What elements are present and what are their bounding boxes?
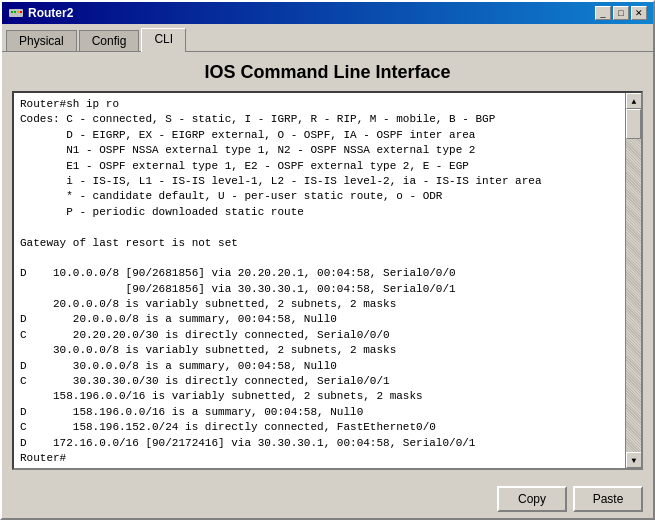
scroll-up-button[interactable]: ▲ — [626, 93, 642, 109]
close-button[interactable]: ✕ — [631, 6, 647, 20]
title-buttons: _ □ ✕ — [595, 6, 647, 20]
window-title: Router2 — [28, 6, 73, 20]
copy-button[interactable]: Copy — [497, 486, 567, 512]
tab-bar: Physical Config CLI — [2, 24, 653, 51]
tab-config[interactable]: Config — [79, 30, 140, 51]
section-title: IOS Command Line Interface — [12, 62, 643, 83]
maximize-button[interactable]: □ — [613, 6, 629, 20]
scroll-thumb[interactable] — [626, 109, 641, 139]
svg-rect-1 — [11, 11, 13, 13]
paste-button[interactable]: Paste — [573, 486, 643, 512]
title-bar: Router2 _ □ ✕ — [2, 2, 653, 24]
svg-rect-4 — [20, 11, 22, 13]
title-bar-left: Router2 — [8, 5, 73, 21]
scrollbar: ▲ ▼ — [625, 93, 641, 468]
tab-cli[interactable]: CLI — [141, 28, 186, 52]
svg-rect-3 — [17, 11, 19, 13]
svg-rect-2 — [14, 11, 16, 13]
content-area: IOS Command Line Interface Router#sh ip … — [2, 51, 653, 480]
bottom-bar: Copy Paste — [2, 480, 653, 518]
terminal-output[interactable]: Router#sh ip ro Codes: C - connected, S … — [14, 93, 625, 468]
terminal[interactable]: Router#sh ip ro Codes: C - connected, S … — [12, 91, 643, 470]
router-icon — [8, 5, 24, 21]
scroll-track[interactable] — [626, 109, 641, 452]
minimize-button[interactable]: _ — [595, 6, 611, 20]
tab-physical[interactable]: Physical — [6, 30, 77, 51]
main-window: Router2 _ □ ✕ Physical Config CLI IOS Co… — [0, 0, 655, 520]
scroll-down-button[interactable]: ▼ — [626, 452, 642, 468]
